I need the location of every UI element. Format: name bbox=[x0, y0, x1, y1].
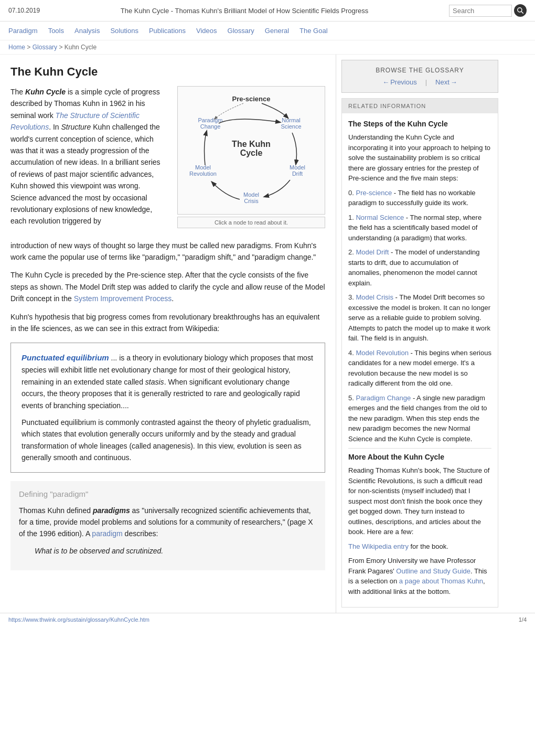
step-link-5[interactable]: Paradigm Change bbox=[356, 394, 411, 402]
divider bbox=[348, 448, 491, 449]
article-title: The Kuhn Cycle bbox=[10, 65, 325, 79]
more-links-p2: From Emory University we have Professor … bbox=[348, 556, 491, 597]
svg-point-0 bbox=[518, 8, 522, 12]
breadcrumb: Home > Glossary > Kuhn Cycle bbox=[0, 40, 535, 55]
steps-intro: Understanding the Kuhn Cycle and incorpo… bbox=[348, 132, 491, 184]
browse-title: BROWSE THE GLOSSARY bbox=[348, 67, 491, 74]
step-link-0[interactable]: Pre-science bbox=[356, 189, 392, 197]
browse-nav: ← Previous | Next → bbox=[348, 78, 491, 86]
system-improvement-link[interactable]: System Improvement Process bbox=[74, 294, 172, 303]
top-bar: 07.10.2019 The Kuhn Cycle - Thomas Kuhn'… bbox=[0, 0, 535, 22]
nav-analysis[interactable]: Analysis bbox=[74, 27, 100, 35]
next-button[interactable]: Next → bbox=[435, 78, 457, 86]
main-layout: The Kuhn Cycle The Kuhn Cycle is a simpl… bbox=[0, 55, 535, 613]
kuhn-cycle-diagram: Pre-science Paradigm Change Normal Scien… bbox=[177, 86, 325, 233]
step-item-2: 2. Model Drift - The model of understand… bbox=[348, 247, 491, 288]
svg-text:Model: Model bbox=[195, 164, 211, 171]
blockquote-title: Punctuated equilibrium bbox=[22, 353, 109, 362]
para3: Kuhn's hypothesis that big progress come… bbox=[10, 311, 325, 335]
date-label: 07.10.2019 bbox=[8, 7, 40, 14]
svg-text:Science: Science bbox=[281, 123, 301, 130]
nav-the-goal[interactable]: The Goal bbox=[299, 27, 327, 35]
diagram-caption: Click a node to read about it. bbox=[177, 217, 325, 228]
footer-url[interactable]: https://www.thwink.org/sustain/glossary/… bbox=[8, 616, 149, 623]
more-p1: Reading Thomas Kuhn's book, The Stucture… bbox=[348, 465, 491, 537]
outline-study-link[interactable]: Outline and Study Guide bbox=[396, 567, 470, 575]
kuhn-cycle-svg: Pre-science Paradigm Change Normal Scien… bbox=[183, 92, 319, 207]
breadcrumb-home[interactable]: Home bbox=[8, 44, 25, 51]
step-link-4[interactable]: Model Revolution bbox=[356, 349, 408, 357]
right-sidebar: BROWSE THE GLOSSARY ← Previous | Next → … bbox=[336, 55, 504, 613]
defining-p1: Thomas Kuhn defined paradigms as "univer… bbox=[19, 505, 317, 540]
prescience-label: Pre-science bbox=[232, 95, 271, 103]
left-arrow-icon: ← bbox=[382, 78, 389, 86]
more-title: More About the Kuhn Cycle bbox=[348, 453, 491, 461]
right-arrow-icon: → bbox=[451, 78, 457, 86]
page-title: The Kuhn Cycle - Thomas Kuhn's Brilliant… bbox=[40, 7, 449, 15]
nav-separator: | bbox=[425, 78, 427, 86]
svg-text:Cycle: Cycle bbox=[240, 148, 263, 157]
step-link-2[interactable]: Model Drift bbox=[356, 248, 389, 256]
step-link-1[interactable]: Normal Science bbox=[356, 214, 404, 221]
nav-paradigm[interactable]: Paradigm bbox=[8, 27, 38, 35]
step-item-3: 3. Model Crisis - The Model Drift become… bbox=[348, 292, 491, 344]
svg-text:The Kuhn: The Kuhn bbox=[232, 140, 271, 148]
diagram-box: Pre-science Paradigm Change Normal Scien… bbox=[177, 86, 325, 215]
intro-diagram-section: The Kuhn Cycle is a simple cycle of prog… bbox=[10, 86, 325, 233]
defining-indent: What is to be observed and scrutinized. bbox=[35, 545, 317, 557]
step-item-1: 1. Normal Science - The normal step, whe… bbox=[348, 212, 491, 243]
svg-text:Change: Change bbox=[200, 123, 221, 130]
svg-text:Model: Model bbox=[290, 164, 305, 171]
steps-title: The Steps of the Kuhn Cycle bbox=[348, 120, 491, 128]
nav-videos[interactable]: Videos bbox=[196, 27, 217, 35]
breadcrumb-glossary[interactable]: Glossary bbox=[33, 44, 57, 51]
para2: The Kuhn Cycle is preceded by the Pre-sc… bbox=[10, 269, 325, 304]
svg-line-1 bbox=[521, 12, 523, 14]
search-button[interactable] bbox=[514, 4, 527, 17]
blockquote-p1: Punctuated equilibrium ... is a theory i… bbox=[22, 352, 314, 411]
previous-label: Previous bbox=[390, 78, 417, 86]
intro-continuation: introduction of new ways of thought so l… bbox=[10, 240, 325, 263]
blockquote-box: Punctuated equilibrium ... is a theory i… bbox=[10, 343, 325, 472]
more-link1-rest: for the book. bbox=[409, 542, 448, 550]
svg-text:Model: Model bbox=[243, 191, 259, 198]
related-info-body: The Steps of the Kuhn Cycle Understandin… bbox=[342, 113, 498, 607]
blockquote-p2: Punctuated equilibrium is commonly contr… bbox=[22, 417, 314, 464]
nav-glossary[interactable]: Glossary bbox=[228, 27, 254, 35]
main-content: The Kuhn Cycle The Kuhn Cycle is a simpl… bbox=[0, 55, 336, 613]
step-link-3[interactable]: Model Crisis bbox=[356, 293, 393, 301]
browse-glossary: BROWSE THE GLOSSARY ← Previous | Next → bbox=[341, 60, 498, 93]
step-item-4: 4. Model Revolution - This begins when s… bbox=[348, 348, 491, 389]
page-info: 1/4 bbox=[519, 616, 527, 623]
paradigm-change-label: Paradigm bbox=[198, 117, 222, 123]
step-item-0: 0. Pre-science - The field has no workab… bbox=[348, 188, 491, 208]
related-info: RELATED INFORMATION The Steps of the Kuh… bbox=[341, 98, 498, 608]
svg-text:Drift: Drift bbox=[292, 171, 303, 177]
nav-publications[interactable]: Publications bbox=[149, 27, 186, 35]
related-info-header: RELATED INFORMATION bbox=[342, 99, 498, 113]
paradigm-link[interactable]: paradigm bbox=[92, 529, 122, 538]
intro-paragraph: The Kuhn Cycle is a simple cycle of prog… bbox=[10, 86, 167, 227]
search-area bbox=[449, 4, 527, 17]
step-item-5: 5. Paradigm Change - A single new paradi… bbox=[348, 393, 491, 444]
svg-text:Revolution: Revolution bbox=[189, 171, 217, 177]
defining-section: Defining "paradigm" Thomas Kuhn defined … bbox=[10, 481, 325, 571]
breadcrumb-current: Kuhn Cycle bbox=[65, 44, 97, 51]
steps-list: 0. Pre-science - The field has no workab… bbox=[348, 188, 491, 444]
nav-general[interactable]: General bbox=[265, 27, 289, 35]
normal-science-label: Normal bbox=[282, 117, 300, 123]
more-links-p1: The Wikipedia entry for the book. bbox=[348, 541, 491, 552]
page-footer: https://www.thwink.org/sustain/glossary/… bbox=[0, 613, 535, 626]
search-input[interactable] bbox=[449, 5, 512, 17]
nav-tools[interactable]: Tools bbox=[48, 27, 64, 35]
svg-text:Crisis: Crisis bbox=[244, 198, 259, 204]
intro-text: The Kuhn Cycle is a simple cycle of prog… bbox=[10, 86, 167, 233]
defining-title: Defining "paradigm" bbox=[19, 489, 317, 498]
nav-solutions[interactable]: Solutions bbox=[110, 27, 138, 35]
previous-button[interactable]: ← Previous bbox=[382, 78, 417, 86]
next-label: Next bbox=[435, 78, 450, 86]
wikipedia-entry-link[interactable]: The Wikipedia entry bbox=[348, 542, 409, 550]
thomas-kuhn-page-link[interactable]: a page about Thomas Kuhn bbox=[399, 577, 483, 585]
main-nav: Paradigm Tools Analysis Solutions Public… bbox=[0, 22, 535, 40]
